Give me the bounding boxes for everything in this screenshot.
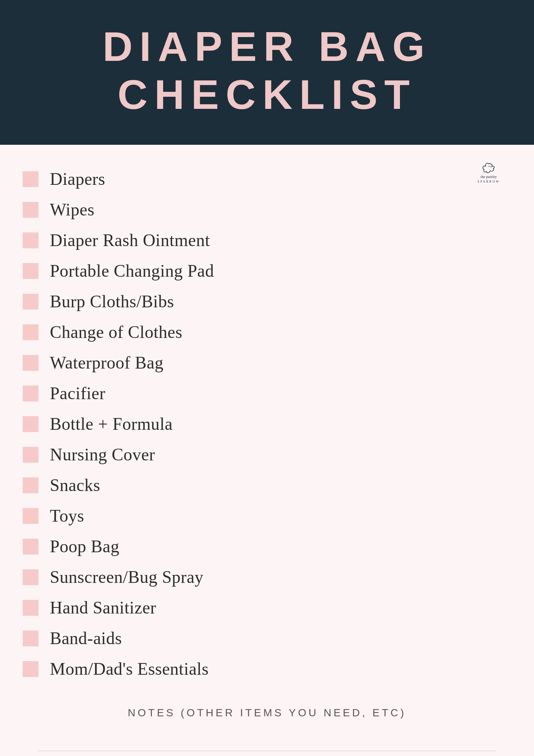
- checkbox-square[interactable]: [23, 324, 39, 340]
- item-label: Diapers: [50, 169, 105, 189]
- item-label: Poop Bag: [50, 536, 119, 556]
- list-item[interactable]: Diaper Rash Ointment: [23, 225, 511, 256]
- item-label: Pacifier: [50, 383, 105, 403]
- logo-icon: the paisley SPARROW: [470, 160, 508, 186]
- list-item[interactable]: Diapers: [23, 164, 511, 194]
- list-item[interactable]: Bottle + Formula: [23, 409, 511, 439]
- notes-line-1: [38, 730, 496, 751]
- checkbox-square[interactable]: [23, 232, 39, 248]
- list-item[interactable]: Burp Cloths/Bibs: [23, 286, 511, 317]
- item-label: Change of Clothes: [50, 322, 182, 342]
- checklist: DiapersWipesDiaper Rash OintmentPortable…: [23, 164, 511, 684]
- notes-section: NOTES (OTHER ITEMS YOU NEED, ETC): [23, 699, 511, 756]
- checkbox-square[interactable]: [23, 416, 39, 432]
- checkbox-square[interactable]: [23, 386, 39, 401]
- item-label: Snacks: [50, 475, 100, 495]
- list-item[interactable]: Hand Sanitizer: [23, 592, 511, 623]
- title-line1: DIAPER BAG: [103, 23, 432, 70]
- item-label: Portable Changing Pad: [50, 261, 214, 281]
- list-item[interactable]: Nursing Cover: [23, 439, 511, 470]
- checkbox-square[interactable]: [23, 171, 39, 187]
- list-item[interactable]: Portable Changing Pad: [23, 256, 511, 286]
- main-content: the paisley SPARROW DiapersWipesDiaper R…: [0, 145, 534, 756]
- checkbox-square[interactable]: [23, 508, 39, 524]
- logo-area: the paisley SPARROW: [466, 160, 511, 188]
- list-item[interactable]: Snacks: [23, 470, 511, 500]
- list-item[interactable]: Poop Bag: [23, 531, 511, 562]
- checkbox-square[interactable]: [23, 263, 39, 279]
- svg-text:SPARROW: SPARROW: [478, 180, 500, 183]
- checkbox-square[interactable]: [23, 355, 39, 371]
- notes-label: NOTES (OTHER ITEMS YOU NEED, ETC): [23, 707, 511, 719]
- item-label: Sunscreen/Bug Spray: [50, 567, 204, 587]
- checkbox-square[interactable]: [23, 477, 39, 493]
- checkbox-square[interactable]: [23, 447, 39, 463]
- item-label: Wipes: [50, 200, 94, 220]
- list-item[interactable]: Mom/Dad's Essentials: [23, 654, 511, 684]
- checkbox-square[interactable]: [23, 202, 39, 218]
- page-header: DIAPER BAG CHECKLIST: [0, 0, 534, 145]
- checkbox-square[interactable]: [23, 569, 39, 585]
- list-item[interactable]: Wipes: [23, 194, 511, 225]
- title-line2: CHECKLIST: [117, 71, 416, 118]
- svg-text:the paisley: the paisley: [480, 175, 497, 179]
- list-item[interactable]: Sunscreen/Bug Spray: [23, 562, 511, 592]
- checkbox-square[interactable]: [23, 294, 39, 310]
- notes-line-2: [38, 751, 496, 756]
- list-item[interactable]: Band-aids: [23, 623, 511, 654]
- item-label: Burp Cloths/Bibs: [50, 291, 174, 311]
- item-label: Waterproof Bag: [50, 353, 164, 373]
- checkbox-square[interactable]: [23, 631, 39, 646]
- checkbox-square[interactable]: [23, 661, 39, 677]
- item-label: Diaper Rash Ointment: [50, 230, 210, 250]
- checkbox-square[interactable]: [23, 539, 39, 555]
- item-label: Band-aids: [50, 628, 122, 648]
- list-item[interactable]: Toys: [23, 500, 511, 531]
- page-title: DIAPER BAG CHECKLIST: [15, 23, 519, 118]
- checkbox-square[interactable]: [23, 600, 39, 616]
- item-label: Mom/Dad's Essentials: [50, 659, 209, 679]
- item-label: Hand Sanitizer: [50, 598, 156, 618]
- item-label: Bottle + Formula: [50, 414, 173, 434]
- list-item[interactable]: Pacifier: [23, 378, 511, 409]
- item-label: Nursing Cover: [50, 445, 155, 465]
- item-label: Toys: [50, 506, 84, 526]
- notes-lines: [23, 730, 511, 756]
- list-item[interactable]: Waterproof Bag: [23, 347, 511, 378]
- list-item[interactable]: Change of Clothes: [23, 317, 511, 347]
